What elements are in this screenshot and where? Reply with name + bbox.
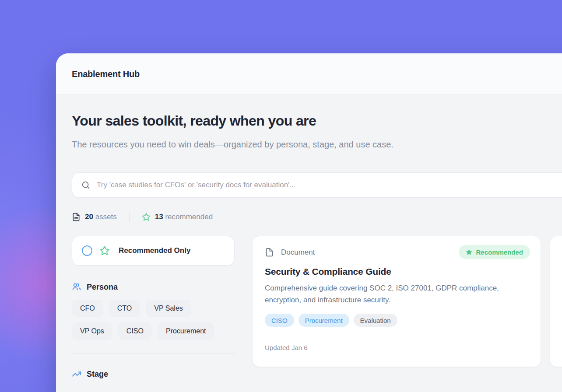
recommended-badge-label: Recommended	[476, 248, 523, 256]
persona-chip-vp-sales[interactable]: VP Sales	[146, 300, 191, 317]
persona-chip-cfo[interactable]: CFO	[72, 300, 103, 317]
recommended-badge: Recommended	[459, 245, 530, 259]
stats-divider	[129, 212, 130, 222]
asset-updated: Updated Jan 6	[265, 344, 528, 351]
stage-section-header: Stage	[72, 369, 235, 379]
persona-chip-vp-ops[interactable]: VP Ops	[72, 322, 112, 340]
enablement-hub-window: Enablement Hub Your sales toolkit, ready…	[56, 53, 562, 392]
asset-card-partial[interactable]	[550, 236, 562, 367]
recommended-only-toggle[interactable]: Recommended Only	[72, 236, 235, 266]
page-subtitle: The resources you need to win deals—orga…	[72, 136, 431, 153]
recommended-stat: 13 recommended	[142, 213, 213, 221]
asset-title: Security & Compliance Guide	[265, 266, 528, 277]
filter-sidebar: Recommended Only Persona CFO CTO VP Sale…	[72, 236, 235, 379]
asset-cards: Document Recommended Security & Complian…	[252, 236, 562, 367]
tag-ciso[interactable]: CISO	[265, 314, 294, 327]
persona-chip-ciso[interactable]: CISO	[118, 322, 152, 340]
asset-description: Comprehensive guide covering SOC 2, ISO …	[265, 282, 523, 306]
app-title: Enablement Hub	[72, 69, 140, 79]
trending-up-icon	[72, 369, 81, 379]
main-content: Your sales toolkit, ready when you are T…	[56, 113, 562, 379]
recommended-only-label: Recommended Only	[119, 246, 190, 255]
star-icon	[99, 245, 110, 256]
assets-stat: 20 assets	[72, 213, 117, 221]
persona-section-header: Persona	[72, 282, 235, 292]
star-icon	[142, 213, 151, 221]
page-title: Your sales toolkit, ready when you are	[72, 113, 562, 129]
assets-count: 20	[85, 213, 93, 221]
persona-chip-cto[interactable]: CTO	[109, 300, 140, 317]
persona-chip-procurement[interactable]: Procurement	[158, 322, 214, 340]
recommended-only-radio[interactable]	[82, 245, 92, 256]
stats-row: 20 assets 13 recommended	[72, 212, 562, 222]
document-icon	[72, 213, 81, 221]
persona-chips: CFO CTO VP Sales VP Ops CISO Procurement	[72, 300, 235, 340]
stage-section-label: Stage	[87, 370, 108, 379]
tag-evaluation[interactable]: Evaluation	[354, 314, 397, 327]
tag-procurement[interactable]: Procurement	[299, 314, 349, 327]
recommended-count: 13	[155, 213, 163, 221]
asset-card-security-compliance-guide[interactable]: Document Recommended Security & Complian…	[252, 236, 541, 367]
file-icon	[265, 248, 274, 257]
search-bar[interactable]	[72, 172, 562, 198]
search-input[interactable]	[97, 181, 562, 189]
app-header: Enablement Hub	[56, 53, 562, 95]
search-icon	[81, 180, 91, 190]
content-columns: Recommended Only Persona CFO CTO VP Sale…	[72, 236, 562, 379]
users-icon	[72, 282, 81, 292]
star-filled-icon	[466, 249, 472, 256]
persona-section-label: Persona	[87, 283, 118, 292]
card-divider	[265, 337, 528, 337]
filter-divider	[72, 353, 235, 354]
recommended-label: recommended	[165, 213, 213, 221]
asset-type-label: Document	[281, 248, 315, 257]
assets-label: assets	[95, 213, 117, 221]
asset-tags: CISO Procurement Evaluation	[265, 314, 528, 327]
